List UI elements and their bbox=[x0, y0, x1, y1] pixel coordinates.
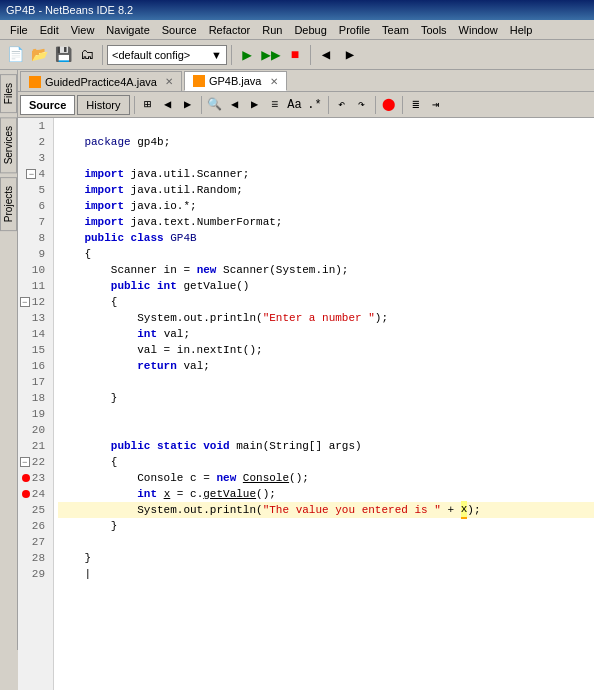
file-icon-1 bbox=[29, 76, 41, 88]
sep2 bbox=[231, 45, 232, 65]
line-27: 27 bbox=[18, 534, 49, 550]
line-24: 24 bbox=[18, 486, 49, 502]
code-line-18: } bbox=[58, 390, 594, 406]
saveall-button[interactable]: 🗂 bbox=[76, 44, 98, 66]
line-29: 29 bbox=[18, 566, 49, 582]
code-line-2: package gp4b; bbox=[58, 134, 594, 150]
tab-close-1[interactable]: ✕ bbox=[165, 76, 173, 87]
save-button[interactable]: 💾 bbox=[52, 44, 74, 66]
format-btn[interactable]: ≣ bbox=[407, 96, 425, 114]
editor-sep4 bbox=[375, 96, 376, 114]
menu-edit[interactable]: Edit bbox=[34, 23, 65, 37]
line-7: 7 bbox=[18, 214, 49, 230]
code-line-29: | bbox=[58, 566, 594, 582]
fold-22[interactable]: − bbox=[20, 457, 30, 467]
toolbar-back-btn[interactable]: ◀ bbox=[315, 44, 337, 66]
line-12: −12 bbox=[18, 294, 49, 310]
editor-tabs-bar: Source History ⊞ ◀ ▶ 🔍 ◀ ▶ ≡ Aa .* ↶ ↷ ⬤… bbox=[18, 92, 594, 118]
sidebar-tab-services[interactable]: Services bbox=[0, 117, 17, 173]
file-tab-label-2: GP4B.java bbox=[209, 75, 262, 87]
find-prev-btn[interactable]: ◀ bbox=[226, 96, 244, 114]
code-line-10: Scanner in = new Scanner(System.in); bbox=[58, 262, 594, 278]
sidebar-tab-files[interactable]: Files bbox=[0, 74, 17, 113]
code-line-15: val = in.nextInt(); bbox=[58, 342, 594, 358]
menu-file[interactable]: File bbox=[4, 23, 34, 37]
prev-bookmark-btn[interactable]: ◀ bbox=[159, 96, 177, 114]
menu-profile[interactable]: Profile bbox=[333, 23, 376, 37]
new-button[interactable]: 📄 bbox=[4, 44, 26, 66]
indent-btn[interactable]: ⇥ bbox=[427, 96, 445, 114]
code-line-20 bbox=[58, 422, 594, 438]
line-23: 23 bbox=[18, 470, 49, 486]
menu-refactor[interactable]: Refactor bbox=[203, 23, 257, 37]
editor-sep5 bbox=[402, 96, 403, 114]
redo-edit-btn[interactable]: ↷ bbox=[353, 96, 371, 114]
menu-navigate[interactable]: Navigate bbox=[100, 23, 155, 37]
open-button[interactable]: 📂 bbox=[28, 44, 50, 66]
menu-team[interactable]: Team bbox=[376, 23, 415, 37]
error-dot-23 bbox=[22, 474, 30, 482]
main-area: GuidedPractice4A.java ✕ GP4B.java ✕ Sour… bbox=[18, 70, 594, 690]
line-15: 15 bbox=[18, 342, 49, 358]
tab-history[interactable]: History bbox=[77, 95, 129, 115]
menu-view[interactable]: View bbox=[65, 23, 101, 37]
undo-edit-btn[interactable]: ↶ bbox=[333, 96, 351, 114]
code-line-8: public class GP4B bbox=[58, 230, 594, 246]
toolbar-stop-btn[interactable]: ■ bbox=[284, 44, 306, 66]
line-28: 28 bbox=[18, 550, 49, 566]
menu-window[interactable]: Window bbox=[453, 23, 504, 37]
code-line-17 bbox=[58, 374, 594, 390]
code-line-27 bbox=[58, 534, 594, 550]
find-all-btn[interactable]: ≡ bbox=[266, 96, 284, 114]
editor-sep2 bbox=[201, 96, 202, 114]
line-22: −22 bbox=[18, 454, 49, 470]
menu-debug[interactable]: Debug bbox=[288, 23, 332, 37]
code-editor[interactable]: 1 2 3 −4 5 6 7 8 9 10 11 −12 13 14 15 16… bbox=[18, 118, 594, 690]
line-26: 26 bbox=[18, 518, 49, 534]
search-btn[interactable]: 🔍 bbox=[206, 96, 224, 114]
line-17: 17 bbox=[18, 374, 49, 390]
regex-btn[interactable]: .* bbox=[306, 96, 324, 114]
code-line-5: import java.util.Random; bbox=[58, 182, 594, 198]
toolbar-forward-btn[interactable]: ▶ bbox=[339, 44, 361, 66]
sidebar-tab-projects[interactable]: Projects bbox=[0, 177, 17, 231]
menu-source[interactable]: Source bbox=[156, 23, 203, 37]
line-16: 16 bbox=[18, 358, 49, 374]
line-numbers: 1 2 3 −4 5 6 7 8 9 10 11 −12 13 14 15 16… bbox=[18, 118, 54, 690]
find-next-btn[interactable]: ▶ bbox=[246, 96, 264, 114]
left-sidebar: Files Services Projects bbox=[0, 70, 18, 650]
title-bar: GP4B - NetBeans IDE 8.2 bbox=[0, 0, 594, 20]
file-tab-guidedpractice[interactable]: GuidedPractice4A.java ✕ bbox=[20, 71, 182, 91]
toggle-bookmark-btn[interactable]: ⊞ bbox=[139, 96, 157, 114]
tab-close-2[interactable]: ✕ bbox=[270, 76, 278, 87]
config-dropdown[interactable]: <default config> ▼ bbox=[107, 45, 227, 65]
code-content[interactable]: package gp4b; import java.util.Scanner; … bbox=[54, 118, 594, 690]
tab-source[interactable]: Source bbox=[20, 95, 75, 115]
match-case-btn[interactable]: Aa bbox=[286, 96, 304, 114]
editor-sep1 bbox=[134, 96, 135, 114]
line-2: 2 bbox=[18, 134, 49, 150]
menu-run[interactable]: Run bbox=[256, 23, 288, 37]
fold-12[interactable]: − bbox=[20, 297, 30, 307]
code-line-23: Console c = new Console(); bbox=[58, 470, 594, 486]
file-tab-gp4b[interactable]: GP4B.java ✕ bbox=[184, 71, 287, 91]
line-18: 18 bbox=[18, 390, 49, 406]
toolbar-debug-btn[interactable]: ▶▶ bbox=[260, 44, 282, 66]
fold-4[interactable]: − bbox=[26, 169, 36, 179]
line-4: −4 bbox=[18, 166, 49, 182]
sep3 bbox=[310, 45, 311, 65]
menu-help[interactable]: Help bbox=[504, 23, 539, 37]
toolbar-run-btn[interactable]: ▶ bbox=[236, 44, 258, 66]
toolbar: 📄 📂 💾 🗂 <default config> ▼ ▶ ▶▶ ■ ◀ ▶ bbox=[0, 40, 594, 70]
line-1: 1 bbox=[18, 118, 49, 134]
code-line-21: public static void main(String[] args) bbox=[58, 438, 594, 454]
stop-compile-btn[interactable]: ⬤ bbox=[380, 96, 398, 114]
next-bookmark-btn[interactable]: ▶ bbox=[179, 96, 197, 114]
config-label: <default config> bbox=[112, 49, 190, 61]
code-line-14: int val; bbox=[58, 326, 594, 342]
code-line-4: import java.util.Scanner; bbox=[58, 166, 594, 182]
editor-sep3 bbox=[328, 96, 329, 114]
menu-tools[interactable]: Tools bbox=[415, 23, 453, 37]
code-line-12: { bbox=[58, 294, 594, 310]
code-line-9: { bbox=[58, 246, 594, 262]
